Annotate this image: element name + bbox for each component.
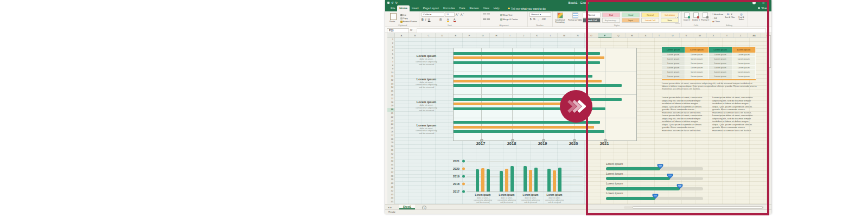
column-header-G[interactable]: G: [476, 33, 490, 38]
row-header-1[interactable]: 1: [387, 38, 394, 42]
row-header-30[interactable]: 30: [387, 145, 394, 149]
bar-chart-category: Lorem ipsumdolor sit amet,consectetur ad…: [406, 100, 447, 112]
column-header-E[interactable]: E: [449, 33, 463, 38]
name-box[interactable]: P20: [387, 28, 409, 33]
row-header-26[interactable]: 26: [387, 130, 394, 134]
row-header-19[interactable]: 19: [387, 104, 394, 108]
column-header-L[interactable]: L: [544, 33, 558, 38]
ribbon-group-clipboard: Paste Cut Copy Format Painter Clipboard: [386, 11, 419, 27]
sheet-tab-sheet1[interactable]: Sheet1: [399, 205, 415, 209]
tab-help[interactable]: Help: [492, 5, 502, 11]
column-header-J[interactable]: J: [517, 33, 531, 38]
align-buttons[interactable]: [483, 14, 490, 16]
row-header-21[interactable]: 21: [387, 112, 394, 116]
row-header-3[interactable]: 3: [387, 46, 394, 49]
font-name-select[interactable]: Calibri ▾: [422, 12, 444, 17]
column-header-F[interactable]: F: [463, 33, 476, 38]
row-header-34[interactable]: 34: [387, 159, 394, 163]
grow-shrink-font-buttons[interactable]: Aˆ Aˇ: [456, 13, 464, 16]
column-header-N[interactable]: N: [571, 33, 585, 38]
wrap-text-button[interactable]: Wrap Text: [500, 14, 512, 16]
row-header-31[interactable]: 31: [387, 149, 394, 152]
row-header-43[interactable]: 43: [387, 193, 394, 197]
row-header-5[interactable]: 5: [387, 53, 394, 56]
bold-italic-underline-buttons[interactable]: B I U: [422, 18, 430, 21]
column-header-A[interactable]: A: [395, 33, 409, 38]
tab-insert[interactable]: Insert: [410, 5, 421, 11]
row-header-28[interactable]: 28: [387, 138, 394, 142]
row-header-41[interactable]: 41: [387, 186, 394, 189]
tab-home[interactable]: Home: [397, 5, 409, 11]
row-header-45[interactable]: 45: [387, 200, 394, 204]
tab-formulas[interactable]: Formulas: [441, 5, 457, 11]
row-header-23[interactable]: 23: [387, 119, 394, 123]
select-all-corner[interactable]: [387, 33, 395, 38]
row-header-39[interactable]: 39: [387, 178, 394, 182]
row-header-29[interactable]: 29: [387, 141, 394, 145]
row-header-37[interactable]: 37: [387, 171, 394, 175]
row-header-27[interactable]: 27: [387, 134, 394, 138]
row-header-36[interactable]: 36: [387, 167, 394, 171]
copy-button[interactable]: Copy: [400, 17, 408, 20]
row-header-18[interactable]: 18: [387, 101, 394, 105]
row-header-8[interactable]: 8: [387, 64, 394, 68]
cut-button[interactable]: Cut: [400, 14, 406, 16]
column-header-C[interactable]: C: [422, 33, 436, 38]
category-subtitle: sed do eiusmod: [471, 201, 495, 203]
tab-review[interactable]: Review: [468, 5, 481, 11]
font-size-select[interactable]: 11: [445, 12, 455, 17]
paste-button[interactable]: Paste: [390, 20, 395, 23]
format-painter-button[interactable]: Format Painter: [400, 20, 417, 23]
tab-data[interactable]: Data: [457, 5, 468, 11]
row-header-22[interactable]: 22: [387, 116, 394, 119]
border-button[interactable]: ⊞: [439, 18, 442, 21]
row-header-14[interactable]: 14: [387, 86, 394, 90]
tell-me-box[interactable]: Tell me what you want to do: [508, 5, 546, 11]
row-header-38[interactable]: 38: [387, 175, 394, 178]
row-header-40[interactable]: 40: [387, 182, 394, 186]
font-color-button[interactable]: A: [454, 18, 456, 22]
row-header-17[interactable]: 17: [387, 97, 394, 101]
conditional-formatting-button[interactable]: Conditional Formatting: [552, 12, 567, 23]
column-header-D[interactable]: D: [436, 33, 449, 38]
tab-file[interactable]: File: [388, 5, 397, 11]
row-header-6[interactable]: 6: [387, 56, 394, 60]
row-header-4[interactable]: 4: [387, 49, 394, 53]
column-chart-gridline-2017: [467, 192, 583, 192]
status-text: Ready: [388, 210, 395, 213]
row-header-44[interactable]: 44: [387, 196, 394, 200]
row-header-24[interactable]: 24: [387, 123, 394, 126]
wrap-text-icon: [500, 14, 502, 16]
paste-icon[interactable]: [390, 13, 397, 20]
column-header-H[interactable]: H: [490, 33, 503, 38]
column-header-M[interactable]: M: [558, 33, 571, 38]
row-header-35[interactable]: 35: [387, 163, 394, 167]
row-header-42[interactable]: 42: [387, 189, 394, 193]
row-header-10[interactable]: 10: [387, 71, 394, 75]
column-header-B[interactable]: B: [409, 33, 422, 38]
indent-buttons[interactable]: [483, 18, 490, 21]
row-header-11[interactable]: 11: [387, 75, 394, 79]
fx-icon[interactable]: fx: [410, 28, 412, 31]
fill-color-button[interactable]: A: [447, 18, 449, 22]
row-header-7[interactable]: 7: [387, 60, 394, 64]
row-headers[interactable]: 1234567891011121314151617181920212223242…: [387, 38, 395, 204]
row-header-13[interactable]: 13: [387, 82, 394, 86]
row-header-33[interactable]: 33: [387, 156, 394, 160]
row-header-32[interactable]: 32: [387, 152, 394, 156]
number-format-select[interactable]: General ▾: [529, 12, 551, 17]
number-format-buttons[interactable]: $ % , .00: [530, 18, 546, 21]
row-header-25[interactable]: 25: [387, 126, 394, 130]
row-header-2[interactable]: 2: [387, 42, 394, 46]
row-header-16[interactable]: 16: [387, 93, 394, 97]
row-header-15[interactable]: 15: [387, 90, 394, 93]
format-as-table-button[interactable]: Format as Table: [567, 12, 583, 21]
column-header-K[interactable]: K: [531, 33, 544, 38]
tab-view[interactable]: View: [481, 5, 492, 11]
row-header-9[interactable]: 9: [387, 67, 394, 71]
tab-page-layout[interactable]: Page Layout: [421, 5, 441, 11]
merge-center-button[interactable]: Merge & Center: [500, 18, 518, 21]
column-header-I[interactable]: I: [503, 33, 517, 38]
row-header-20[interactable]: 20: [387, 108, 394, 112]
row-header-12[interactable]: 12: [387, 79, 394, 82]
